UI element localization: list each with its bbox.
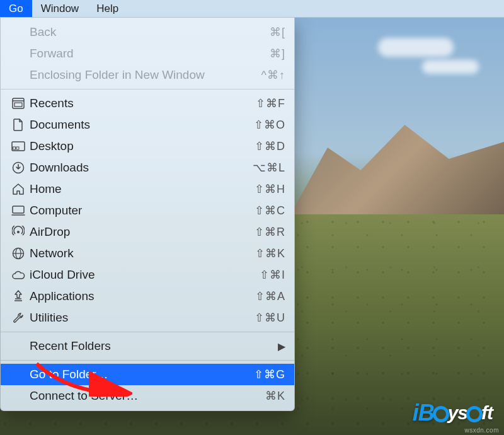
airdrop-icon [9,226,27,238]
menu-separator [1,332,294,332]
menu-item-icloud[interactable]: iCloud Drive ⇧⌘I [1,264,294,286]
menu-item-shortcut: ⇧⌘G [254,368,285,381]
menu-item-shortcut: ⌘[ [270,25,285,39]
menubar: Go Window Help [0,0,504,18]
home-icon [9,183,27,195]
menu-item-desktop[interactable]: Desktop ⇧⌘D [1,136,294,157]
menu-item-shortcut: ⇧⌘F [256,96,285,110]
menu-item-home[interactable]: Home ⇧⌘H [1,178,294,200]
menu-item-label: Enclosing Folder in New Window [27,68,261,82]
menu-item-label: iCloud Drive [27,268,260,282]
applications-icon [9,290,27,303]
menu-item-label: Downloads [27,161,253,175]
menu-item-label: Back [27,25,270,39]
menu-item-connect-to-server[interactable]: Connect to Server… ⌘K [1,385,294,407]
menu-item-shortcut: ⇧⌘D [255,139,285,153]
network-icon [9,247,27,260]
menu-separator [1,360,294,361]
menu-item-label: Utilities [27,311,255,325]
menu-item-label: Network [27,246,255,260]
menu-item-downloads[interactable]: Downloads ⌥⌘L [1,157,294,178]
menu-item-enclosing-folder[interactable]: Enclosing Folder in New Window ^⌘↑ [1,64,294,86]
menu-item-label: Documents [27,118,254,132]
menu-item-label: Applications [27,289,255,303]
documents-icon [9,119,27,131]
menu-go[interactable]: Go [0,0,32,17]
menu-item-utilities[interactable]: Utilities ⇧⌘U [1,307,294,328]
computer-icon [9,206,27,216]
menu-item-shortcut: ⇧⌘I [260,268,285,282]
downloads-icon [9,161,27,174]
menu-item-shortcut: ⌘] [270,47,285,61]
svg-rect-2 [14,103,22,107]
menu-item-forward[interactable]: Forward ⌘] [1,43,294,64]
svg-point-8 [17,231,20,233]
utilities-icon [9,311,27,324]
menu-item-shortcut: ⌘K [265,389,285,403]
menu-item-label: Recents [27,96,256,110]
menu-item-recent-folders[interactable]: Recent Folders ▶ [1,335,294,357]
menu-item-shortcut: ⇧⌘K [255,246,285,260]
menu-item-computer[interactable]: Computer ⇧⌘C [1,200,294,221]
menu-item-back[interactable]: Back ⌘[ [1,21,294,43]
menu-item-applications[interactable]: Applications ⇧⌘A [1,286,294,307]
menu-item-shortcut: ⌥⌘L [253,161,285,175]
menu-item-label: Desktop [27,139,255,153]
submenu-arrow-icon: ▶ [274,340,285,352]
menu-item-label: Computer [27,204,255,218]
go-dropdown: Back ⌘[ Forward ⌘] Enclosing Folder in N… [0,18,295,411]
menu-item-label: Connect to Server… [27,389,265,403]
menu-item-label: AirDrop [27,225,255,239]
menu-item-recents[interactable]: Recents ⇧⌘F [1,93,294,114]
menu-item-documents[interactable]: Documents ⇧⌘O [1,114,294,136]
svg-rect-5 [16,147,19,149]
menu-item-label: Home [27,182,255,196]
brand-logo: iBysft [413,400,493,426]
menu-item-label: Forward [27,47,270,61]
svg-rect-4 [13,147,16,149]
menu-item-shortcut: ⇧⌘U [255,311,285,325]
menu-item-label: Go to Folder… [27,368,254,381]
menu-item-go-to-folder[interactable]: Go to Folder… ⇧⌘G [1,364,294,385]
menu-item-shortcut: ⇧⌘A [255,289,285,303]
menu-item-shortcut: ⇧⌘R [255,225,285,239]
menu-item-shortcut: ⇧⌘C [255,204,285,218]
svg-rect-7 [13,206,24,213]
menu-item-airdrop[interactable]: AirDrop ⇧⌘R [1,221,294,243]
desktop-icon [9,141,27,151]
menu-item-network[interactable]: Network ⇧⌘K [1,243,294,264]
icloud-icon [9,270,27,280]
menu-item-label: Recent Folders [27,339,274,353]
menu-window[interactable]: Window [32,0,88,17]
menu-separator [1,89,294,90]
watermark: wsxdn.com [464,427,499,434]
menu-item-shortcut: ^⌘↑ [261,68,285,82]
menu-item-shortcut: ⇧⌘H [255,182,285,196]
recents-icon [9,98,27,109]
menu-help[interactable]: Help [88,0,127,17]
menu-item-shortcut: ⇧⌘O [254,118,285,132]
